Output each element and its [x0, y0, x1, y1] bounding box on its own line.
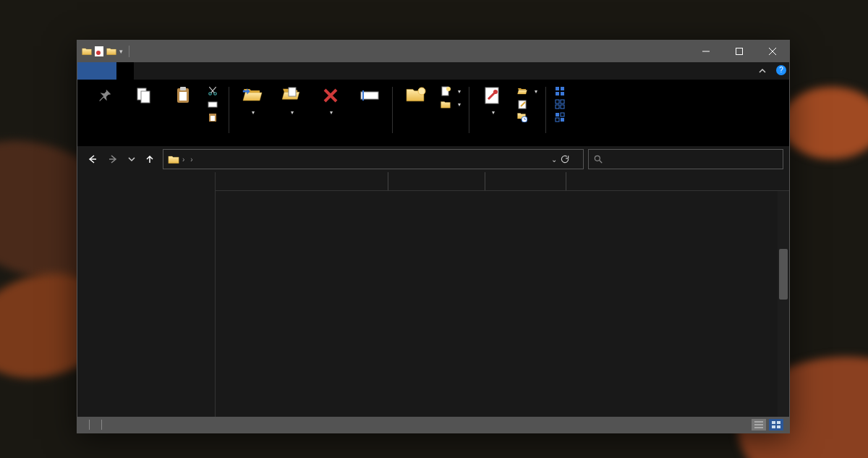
svg-rect-5: [141, 91, 150, 103]
scrollbar[interactable]: [778, 191, 789, 417]
open-icon: [517, 86, 527, 96]
edit-button[interactable]: [514, 98, 540, 110]
svg-rect-1: [736, 48, 743, 55]
scrollbar-thumb[interactable]: [779, 249, 788, 300]
chevron-right-icon[interactable]: ›: [190, 156, 192, 164]
history-icon: [517, 112, 527, 122]
view-details-button[interactable]: [752, 419, 766, 431]
paste-button[interactable]: [166, 82, 200, 107]
svg-rect-30: [556, 105, 559, 109]
tab-share[interactable]: [134, 62, 151, 80]
pin-to-quick-access-button[interactable]: [88, 82, 122, 107]
copy-path-button[interactable]: [205, 98, 224, 110]
chevron-right-icon[interactable]: ›: [182, 156, 184, 164]
address-bar[interactable]: › › ⌄: [163, 149, 584, 169]
select-none-icon: [555, 99, 565, 109]
tab-home[interactable]: [116, 62, 134, 80]
address-dropdown-icon[interactable]: ⌄: [551, 156, 557, 164]
navigation-bar: › › ⌄: [77, 146, 789, 172]
svg-line-39: [600, 161, 603, 164]
maximize-button[interactable]: [723, 41, 756, 62]
rename-icon: [359, 85, 380, 106]
delete-button[interactable]: ▾: [313, 82, 348, 116]
collapse-ribbon-button[interactable]: [752, 62, 773, 80]
paste-icon: [173, 85, 193, 106]
invert-selection-button[interactable]: [552, 111, 571, 123]
qat-properties-icon[interactable]: [95, 46, 103, 56]
new-item-icon: [441, 86, 451, 96]
recent-locations-button[interactable]: [127, 150, 137, 168]
back-button[interactable]: [83, 150, 101, 168]
file-list[interactable]: [216, 191, 789, 417]
help-button[interactable]: ?: [773, 62, 789, 78]
copy-button[interactable]: [127, 82, 161, 107]
svg-rect-26: [556, 92, 559, 96]
search-input[interactable]: [608, 154, 778, 164]
search-box[interactable]: [588, 149, 783, 169]
forward-button[interactable]: [105, 150, 122, 168]
svg-rect-46: [777, 425, 780, 428]
copy-to-button[interactable]: ▾: [274, 82, 309, 116]
svg-rect-33: [561, 113, 564, 116]
new-item-button[interactable]: ▾: [438, 85, 464, 97]
select-all-button[interactable]: [552, 85, 571, 97]
app-icon: [82, 47, 92, 56]
svg-rect-43: [772, 421, 775, 424]
column-header-size[interactable]: [566, 172, 624, 190]
select-none-button[interactable]: [552, 98, 571, 110]
column-header-date[interactable]: [388, 172, 485, 190]
navigation-pane[interactable]: [77, 172, 215, 417]
titlebar[interactable]: ▾: [77, 41, 789, 62]
column-header-type[interactable]: [485, 172, 566, 190]
paste-shortcut-button[interactable]: [205, 111, 224, 123]
status-bar: [77, 417, 789, 433]
svg-rect-13: [210, 116, 215, 121]
svg-rect-14: [289, 88, 296, 96]
cut-button[interactable]: [205, 85, 224, 97]
move-to-icon: [242, 85, 263, 106]
move-to-button[interactable]: ▾: [235, 82, 270, 116]
view-large-icons-button[interactable]: [769, 419, 783, 431]
refresh-button[interactable]: [560, 154, 579, 164]
invert-selection-icon: [555, 112, 565, 122]
tab-view[interactable]: [151, 62, 169, 80]
qat-newfolder-icon[interactable]: [106, 47, 116, 56]
svg-rect-29: [561, 100, 564, 103]
paste-shortcut-icon: [208, 112, 218, 122]
cut-icon: [208, 86, 218, 96]
svg-rect-25: [561, 87, 564, 90]
svg-rect-45: [772, 425, 775, 428]
minimize-button[interactable]: [689, 41, 723, 62]
svg-point-17: [418, 88, 425, 95]
column-headers: [216, 172, 789, 191]
properties-button[interactable]: ▾: [475, 82, 510, 116]
rename-button[interactable]: [352, 82, 387, 107]
new-folder-icon: [406, 85, 426, 106]
svg-rect-11: [208, 102, 217, 107]
close-button[interactable]: [756, 41, 789, 62]
copy-path-icon: [208, 99, 218, 109]
ribbon: ▾ ▾ ▾: [77, 80, 789, 146]
column-header-name[interactable]: [216, 172, 388, 190]
ribbon-group-select: [546, 82, 576, 146]
qat-dropdown-icon[interactable]: ▾: [119, 48, 123, 55]
file-menu[interactable]: [77, 62, 116, 80]
svg-rect-7: [180, 87, 186, 90]
new-folder-button[interactable]: [399, 82, 433, 107]
ribbon-group-clipboard: [82, 82, 229, 146]
up-button[interactable]: [141, 150, 158, 168]
content-area: [77, 172, 789, 417]
search-icon: [593, 154, 603, 164]
ribbon-group-open: ▾ ▾: [469, 82, 546, 146]
file-list-pane: [215, 172, 789, 417]
svg-rect-44: [777, 421, 780, 424]
delete-icon: [320, 85, 341, 106]
svg-point-38: [595, 156, 600, 161]
open-button[interactable]: ▾: [514, 85, 540, 97]
copy-to-icon: [281, 85, 302, 106]
svg-rect-8: [179, 92, 187, 101]
easy-access-button[interactable]: ▾: [438, 98, 464, 110]
history-button[interactable]: [514, 111, 540, 123]
svg-rect-34: [556, 118, 559, 122]
svg-rect-32: [556, 113, 559, 116]
